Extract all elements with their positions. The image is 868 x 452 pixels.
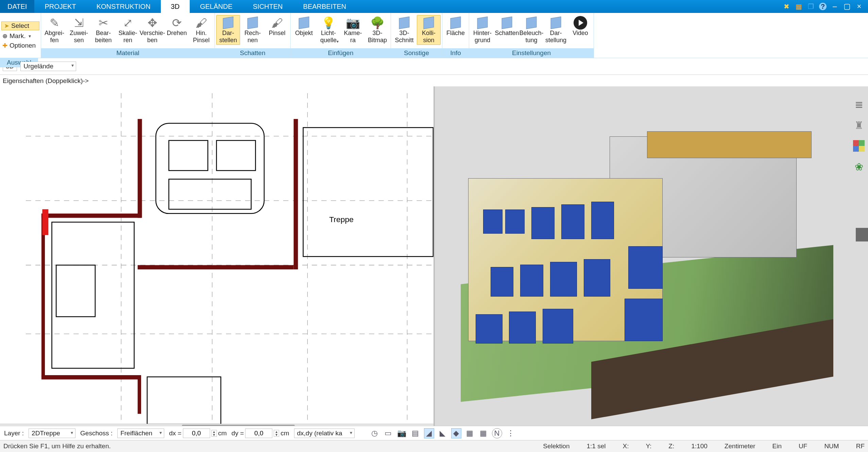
- group-label: Material: [41, 48, 215, 58]
- chair-icon[interactable]: ♜: [853, 119, 865, 131]
- ribbon-beleuchtung-button[interactable]: Beleuch-tung: [520, 15, 543, 45]
- schatten2-label: Schatten: [495, 30, 519, 44]
- skalieren-label: Skalie-ren: [118, 30, 137, 44]
- ribbon-pinsel-button[interactable]: 🖌Pinsel: [265, 15, 289, 45]
- shade-toggle-1[interactable]: ◢: [424, 428, 434, 438]
- mark-mode[interactable]: ⊕Mark.: [1, 32, 39, 40]
- ribbon-skalieren-button[interactable]: ⤢Skalie-ren: [116, 15, 140, 45]
- layer-dropdown[interactable]: 2DTreppe: [29, 429, 75, 438]
- dx-spinner[interactable]: ▲▼: [211, 430, 217, 437]
- ribbon-schnitt-button[interactable]: 3D-Schnitt: [392, 15, 416, 45]
- 2d-plan-view[interactable]: Treppe: [0, 86, 435, 430]
- svg-rect-11: [138, 265, 294, 270]
- ribbon-zuweisen-button[interactable]: ⇲Zuwei-sen: [67, 15, 91, 45]
- ribbon-group-info: FlächeInfo: [442, 13, 469, 58]
- ribbon-darstellung-button[interactable]: Dar-stellung: [544, 15, 568, 45]
- camera-icon[interactable]: 📷: [397, 428, 407, 438]
- status-x: X:: [623, 442, 629, 450]
- menu-bearbeiten[interactable]: BEARBEITEN: [293, 0, 357, 13]
- menu-3d[interactable]: 3D: [161, 0, 190, 13]
- ribbon-kamera-button[interactable]: 📷Kame-ra: [341, 15, 365, 45]
- ribbon-rechnen-button[interactable]: Rech-nen: [241, 15, 265, 45]
- ribbon-kollision-button[interactable]: Kolli-sion: [417, 15, 441, 45]
- svg-rect-8: [41, 214, 45, 377]
- dx-input[interactable]: [183, 429, 210, 438]
- tree-icon[interactable]: ❀: [853, 161, 865, 173]
- rechnen-icon: [245, 16, 260, 30]
- bitmap-label: 3D-Bitmap: [368, 30, 387, 44]
- abgreifen-icon: ✎: [47, 16, 62, 30]
- svg-rect-17: [169, 140, 208, 170]
- options-button[interactable]: ✚Optionen: [1, 42, 39, 49]
- drehen-label: Drehen: [167, 30, 187, 44]
- work-area: Treppe: [0, 86, 868, 430]
- dx-unit: cm: [218, 430, 227, 437]
- minimize-button[interactable]: –: [831, 2, 839, 11]
- ribbon-objekt-button[interactable]: Objekt: [292, 15, 316, 45]
- stack-icon[interactable]: ▤: [410, 428, 421, 438]
- svg-rect-12: [294, 119, 298, 269]
- ribbon-abgreifen-button[interactable]: ✎Abgrei-fen: [42, 15, 66, 45]
- layer-toggle[interactable]: ◆: [451, 428, 461, 438]
- ribbon-schatten2-button[interactable]: Schatten: [495, 15, 519, 45]
- grid-large-icon[interactable]: ▦: [478, 428, 489, 438]
- clock-icon[interactable]: ◷: [370, 428, 380, 438]
- north-icon[interactable]: N: [492, 428, 502, 438]
- more-icon[interactable]: ⋮: [506, 428, 516, 438]
- window-icon[interactable]: ❐: [807, 2, 815, 11]
- ribbon-hinpinsel-button[interactable]: 🖌Hin.Pinsel: [189, 15, 213, 45]
- 3d-view[interactable]: [435, 86, 868, 430]
- shade-toggle-2[interactable]: ◣: [438, 428, 448, 438]
- ribbon-verschieben-button[interactable]: ✥Verschie-ben: [140, 15, 164, 45]
- drehen-icon: ⟳: [169, 16, 184, 30]
- ribbon-drehen-button[interactable]: ⟳Drehen: [165, 15, 189, 45]
- beleuchtung-label: Beleuch-tung: [519, 30, 543, 44]
- select-mode[interactable]: ➤Select: [1, 21, 39, 30]
- darstellen-icon: [221, 16, 236, 30]
- package-icon[interactable]: ▦: [795, 2, 803, 11]
- menu-projekt[interactable]: PROJEKT: [34, 0, 86, 13]
- mark-label: Mark.: [10, 32, 26, 40]
- selection-box-icon[interactable]: ▭: [383, 428, 393, 438]
- maximize-button[interactable]: ▢: [843, 2, 851, 11]
- coord-mode-dropdown[interactable]: dx,dy (relativ ka: [294, 429, 355, 438]
- view-options: ◷ ▭ 📷 ▤ ◢ ◣ ◆ ▦ ▦ N ⋮: [370, 428, 516, 438]
- menu-sichten[interactable]: SICHTEN: [243, 0, 293, 13]
- close-button[interactable]: ×: [855, 2, 863, 11]
- properties-hint-bar[interactable]: Eigenschaften (Doppelklick)->: [0, 75, 868, 87]
- geschoss-dropdown[interactable]: Freiflächen: [117, 429, 164, 438]
- ribbon-darstellen-button[interactable]: Dar-stellen: [216, 15, 240, 45]
- dy-input[interactable]: [245, 429, 272, 438]
- tool-icon[interactable]: ✖: [782, 2, 790, 11]
- plus-icon: ✚: [1, 42, 8, 49]
- right-panel-handle[interactable]: [856, 228, 868, 241]
- menu-konstruktion[interactable]: KONSTRUKTION: [86, 0, 161, 13]
- status-ratio: 1:1 sel: [587, 442, 606, 450]
- object-select-dropdown[interactable]: Urgelände: [20, 62, 76, 71]
- dy-unit: cm: [280, 430, 289, 437]
- schnitt-icon: [397, 16, 412, 30]
- menu-file[interactable]: DATEI: [0, 0, 34, 13]
- ribbon-bitmap-button[interactable]: 🌳3D-Bitmap: [365, 15, 389, 45]
- zuweisen-label: Zuwei-sen: [70, 30, 88, 44]
- ribbon-bearbeiten-button[interactable]: ✂Bear-beiten: [91, 15, 115, 45]
- layers-icon[interactable]: ≣: [853, 98, 865, 110]
- materials-icon[interactable]: [853, 140, 865, 152]
- dx-field: dx = ▲▼ cm: [169, 429, 227, 438]
- ribbon-hintergrund-button[interactable]: Hinter-grund: [471, 15, 494, 45]
- ribbon-group-sonstige: 3D-SchnittKolli-sionSonstige: [391, 13, 442, 58]
- dy-spinner[interactable]: ▲▼: [274, 430, 279, 437]
- grid-small-icon[interactable]: ▦: [465, 428, 475, 438]
- svg-rect-21: [56, 265, 96, 317]
- svg-rect-23: [303, 128, 433, 256]
- ribbon-licht-button[interactable]: 💡Licht-quelle▾: [317, 15, 340, 45]
- ribbon-video-button[interactable]: Video: [568, 15, 592, 45]
- ribbon-group-einstellungen: Hinter-grundSchattenBeleuch-tungDar-stel…: [469, 13, 594, 58]
- ribbon-flaeche-button[interactable]: Fläche: [444, 15, 467, 45]
- svg-rect-14: [138, 375, 141, 414]
- help-icon[interactable]: ?: [819, 3, 827, 10]
- pinsel-icon: 🖌: [270, 16, 285, 30]
- group-label: Einfügen: [291, 48, 391, 58]
- svg-rect-16: [156, 123, 265, 214]
- menu-gelaende[interactable]: GELÄNDE: [190, 0, 243, 13]
